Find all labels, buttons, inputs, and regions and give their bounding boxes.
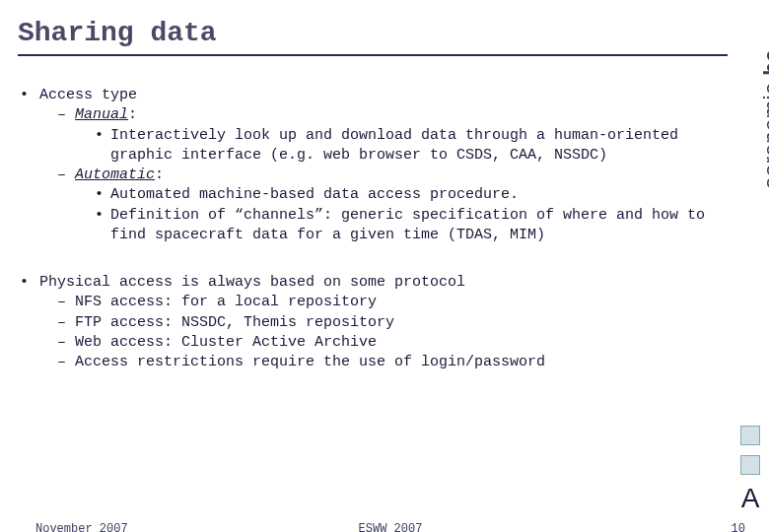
bullet-access-type: Access type Manual: Interactively look u… — [18, 86, 730, 245]
label-manual: Manual — [75, 106, 128, 123]
footer-date: November 2007 — [35, 522, 128, 532]
footer-event: ESWW 2007 — [359, 522, 423, 532]
side-icons: A — [735, 426, 765, 512]
bullet-text: Access type — [39, 87, 137, 103]
automatic-point-2: Definition of “channels”: generic specif… — [93, 206, 730, 246]
colon: : — [128, 106, 137, 123]
sublist-physical-access: NFS access: for a local repository FTP a… — [39, 293, 730, 372]
bullet-text: Physical access is always based on some … — [39, 274, 465, 291]
bullet-group-2: Physical access is always based on some … — [18, 273, 730, 372]
list-item: Access restrictions require the use of l… — [57, 353, 730, 372]
manual-points: Interactively look up and download data … — [75, 126, 730, 166]
brand-tld: be — [759, 49, 769, 76]
slide: Sharing data Access type Manual: Interac… — [18, 0, 730, 532]
list-item: Web access: Cluster Active Archive — [57, 333, 730, 353]
automatic-point-1: Automated machine-based data access proc… — [93, 185, 730, 205]
bullet-group-1: Access type Manual: Interactively look u… — [18, 86, 730, 245]
slide-content: Access type Manual: Interactively look u… — [18, 86, 730, 372]
mountain-icon — [740, 455, 760, 475]
sun-icon — [740, 426, 760, 445]
list-item: FTP access: NSSDC, Themis repository — [57, 313, 730, 333]
sidebar: aeronomie.be A — [730, 0, 769, 532]
sublist-access-type: Manual: Interactively look up and downlo… — [39, 105, 730, 245]
subbullet-automatic: Automatic: Automated machine-based data … — [57, 166, 730, 245]
satellite-icon: A — [741, 485, 760, 512]
title-rule — [18, 54, 728, 56]
list-item: NFS access: for a local repository — [57, 293, 730, 312]
manual-point-1: Interactively look up and download data … — [93, 126, 730, 166]
brand-dot: . — [759, 76, 769, 83]
automatic-points: Automated machine-based data access proc… — [75, 185, 730, 245]
brand-logo: aeronomie.be — [759, 49, 769, 189]
colon: : — [155, 166, 164, 183]
label-automatic: Automatic — [75, 166, 155, 183]
subbullet-manual: Manual: Interactively look up and downlo… — [57, 105, 730, 166]
slide-title: Sharing data — [18, 18, 730, 48]
brand-main: aeronomie — [759, 82, 769, 188]
bullet-physical-access: Physical access is always based on some … — [18, 273, 730, 372]
